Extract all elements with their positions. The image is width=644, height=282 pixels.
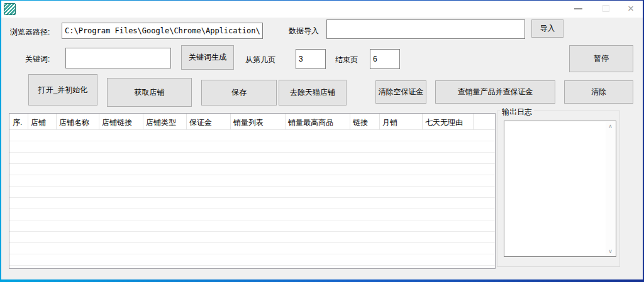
column-header-shop-name[interactable]: 店铺名称 bbox=[59, 117, 89, 128]
clear-button[interactable]: 清除 bbox=[564, 80, 633, 104]
page-end-label: 结束页 bbox=[335, 55, 358, 65]
log-scrollbar[interactable]: ∧ ∨ bbox=[606, 122, 615, 256]
column-header-index[interactable]: 序. bbox=[13, 117, 22, 128]
minimize-button[interactable] bbox=[567, 0, 589, 17]
pause-button[interactable]: 暂停 bbox=[569, 45, 633, 72]
title-bar[interactable] bbox=[1, 1, 643, 18]
browser-path-label: 浏览器路径: bbox=[10, 27, 50, 38]
column-header-shop[interactable]: 店铺 bbox=[31, 117, 46, 128]
import-button[interactable]: 导入 bbox=[531, 19, 564, 38]
scroll-up-icon[interactable]: ∧ bbox=[606, 122, 615, 131]
maximize-button[interactable] bbox=[595, 0, 616, 17]
column-header-shop-link[interactable]: 店铺链接 bbox=[102, 117, 132, 128]
app-window: × 浏览器路径: 数据导入 导入 关键词: 关键词生成 从第几页 结束页 暂停 … bbox=[0, 0, 644, 282]
browser-path-input[interactable] bbox=[62, 23, 263, 39]
minimize-icon bbox=[574, 8, 582, 9]
query-sales-deposit-button[interactable]: 查销量产品并查保证金 bbox=[435, 80, 555, 104]
data-import-input[interactable] bbox=[326, 19, 525, 39]
get-shops-button[interactable]: 获取店铺 bbox=[107, 78, 192, 107]
column-header-deposit[interactable]: 保证金 bbox=[189, 117, 212, 128]
column-header-top-product[interactable]: 销量最高商品 bbox=[288, 117, 333, 128]
shop-table-body[interactable] bbox=[9, 130, 495, 269]
keyword-input[interactable] bbox=[65, 48, 171, 68]
keyword-generate-button[interactable]: 关键词生成 bbox=[181, 45, 234, 70]
column-header-shop-type[interactable]: 店铺类型 bbox=[146, 117, 176, 128]
scroll-down-icon[interactable]: ∨ bbox=[606, 247, 615, 256]
keyword-label: 关键词: bbox=[25, 54, 50, 65]
column-header-seven-day[interactable]: 七天无理由 bbox=[425, 117, 463, 128]
remove-tmall-button[interactable]: 去除天猫店铺 bbox=[279, 80, 347, 106]
output-log-textbox[interactable]: ∧ ∨ bbox=[504, 121, 616, 257]
column-header-monthly-sales[interactable]: 月销 bbox=[382, 117, 397, 128]
shop-table[interactable]: 序. 店铺 店铺名称 店铺链接 店铺类型 保证金 销量列表 销量最高商品 链接 … bbox=[9, 113, 496, 269]
output-log-group: 输出日志 ∧ ∨ bbox=[497, 111, 620, 267]
page-from-label: 从第几页 bbox=[245, 55, 275, 65]
save-button[interactable]: 保存 bbox=[201, 80, 277, 106]
easy-language-icon bbox=[4, 3, 16, 15]
data-import-label: 数据导入 bbox=[289, 26, 319, 36]
page-end-input[interactable] bbox=[370, 49, 400, 69]
maximize-icon bbox=[602, 5, 609, 12]
open-init-button[interactable]: 打开_并初始化 bbox=[28, 74, 97, 106]
page-from-input[interactable] bbox=[296, 49, 326, 69]
clear-empty-deposit-button[interactable]: 清除空保证金 bbox=[375, 80, 426, 104]
output-log-label: 输出日志 bbox=[500, 107, 534, 117]
column-header-sales-list[interactable]: 销量列表 bbox=[233, 117, 264, 128]
column-header-link[interactable]: 链接 bbox=[353, 117, 368, 128]
close-icon: × bbox=[628, 3, 634, 14]
close-button[interactable]: × bbox=[620, 0, 641, 17]
